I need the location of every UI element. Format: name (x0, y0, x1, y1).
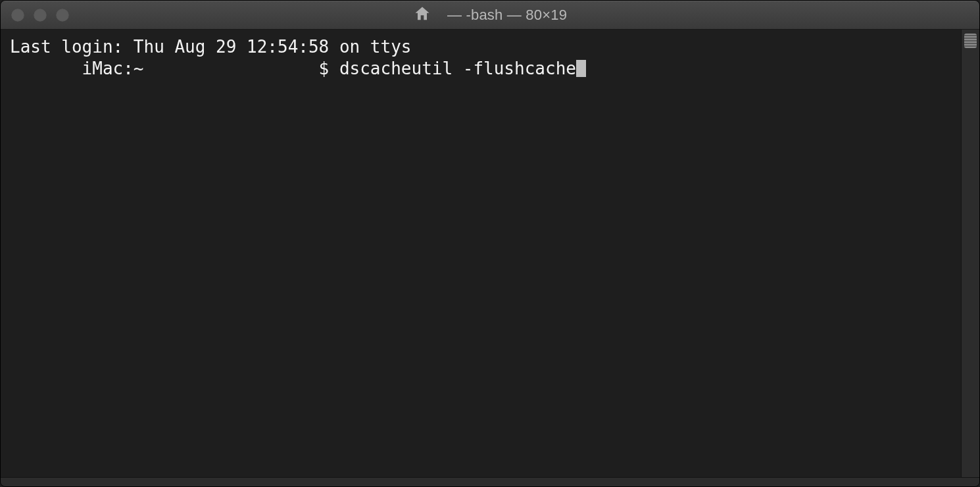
terminal-content[interactable]: Last login: Thu Aug 29 12:54:58 on ttys … (1, 30, 961, 477)
content-row: Last login: Thu Aug 29 12:54:58 on ttys … (1, 30, 979, 477)
window-titlebar[interactable]: — -bash — 80×19 (1, 1, 979, 30)
cursor (576, 60, 586, 77)
title-center: — -bash — 80×19 (1, 5, 979, 26)
terminal-line: Last login: Thu Aug 29 12:54:58 on ttys (10, 36, 952, 58)
traffic-lights (11, 9, 69, 22)
minimize-button[interactable] (34, 9, 47, 22)
close-button[interactable] (11, 9, 24, 22)
bottom-scrollbar-area (1, 477, 979, 486)
scroll-thumb-indicator[interactable] (964, 34, 977, 48)
vertical-scrollbar[interactable] (961, 30, 979, 477)
zoom-button[interactable] (56, 9, 69, 22)
home-icon (413, 5, 431, 26)
terminal-window: — -bash — 80×19 Last login: Thu Aug 29 1… (0, 0, 980, 487)
window-title: — -bash — 80×19 (447, 7, 567, 24)
terminal-line: iMac:~ $ dscacheutil -flushcache (10, 58, 952, 80)
prompt-and-command: iMac:~ $ dscacheutil -flushcache (10, 59, 576, 78)
